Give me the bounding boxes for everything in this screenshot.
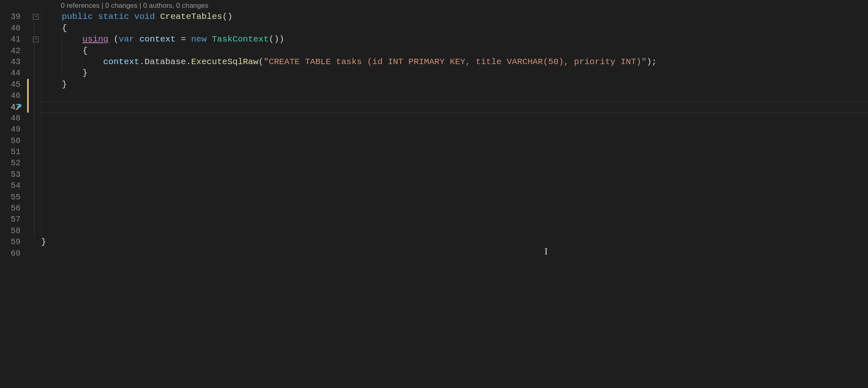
parentheses: () [222, 12, 232, 21]
code-line[interactable]: } [39, 79, 868, 90]
code-line[interactable]: } [39, 236, 868, 247]
fold-toggle-icon[interactable] [33, 37, 39, 42]
type-taskcontext: TaskContext [212, 35, 269, 44]
line-number: 45 [0, 79, 21, 90]
code-line[interactable]: { [39, 23, 868, 34]
code-line[interactable] [39, 225, 868, 236]
code-line[interactable] [39, 146, 868, 157]
local-context: context [103, 57, 139, 67]
code-line[interactable] [39, 203, 868, 214]
code-line[interactable] [39, 113, 868, 124]
call-end: ); [647, 57, 657, 67]
local-context: context [139, 35, 175, 44]
glyph-margin [25, 0, 39, 388]
line-number: 50 [0, 135, 21, 146]
line-number: 55 [0, 192, 21, 203]
dot: . [186, 57, 191, 67]
code-line[interactable]: { [39, 45, 868, 56]
code-line[interactable] [39, 169, 868, 180]
indent [41, 23, 62, 33]
line-number: 51 [0, 146, 21, 157]
open-brace: { [62, 23, 67, 33]
method-name: CreateTables [160, 12, 222, 21]
close-brace: } [83, 68, 88, 78]
close-brace: } [62, 80, 67, 89]
line-number: 60 [0, 248, 21, 259]
code-line[interactable]: context.Database.ExecuteSqlRaw("CREATE T… [39, 56, 868, 67]
code-line[interactable] [39, 157, 868, 169]
line-number: 52 [0, 157, 21, 169]
sql-string-literal: "CREATE TABLE tasks (id INT PRIMARY KEY,… [264, 57, 647, 67]
code-area[interactable]: 0 references | 0 changes | 0 authors, 0 … [39, 0, 868, 388]
dot: . [139, 57, 145, 67]
line-number: 46 [0, 90, 21, 101]
code-line[interactable] [39, 214, 868, 225]
line-number: 41 [0, 34, 21, 45]
line-number: 48 [0, 113, 21, 124]
code-line[interactable] [39, 180, 868, 191]
open-paren: ( [113, 35, 119, 44]
code-line[interactable]: public static void CreateTables() [39, 11, 868, 22]
assign: = [176, 35, 191, 44]
code-editor[interactable]: 3940414243444546474849505152535455565758… [0, 0, 868, 388]
line-number: 56 [0, 203, 21, 214]
indent [41, 12, 62, 21]
line-number: 59 [0, 236, 21, 247]
line-number: 43 [0, 56, 21, 67]
line-number: 57 [0, 214, 21, 225]
ctor-parens: () [269, 35, 279, 44]
keyword-void: void [134, 12, 155, 21]
method-executesqlraw: ExecuteSqlRaw [191, 57, 259, 67]
keyword-public: public [62, 12, 93, 21]
line-number: 58 [0, 225, 21, 236]
code-line[interactable]: } [39, 67, 868, 79]
code-line[interactable] [39, 192, 868, 203]
code-line[interactable] [39, 248, 868, 259]
code-line[interactable] [39, 124, 868, 135]
line-number: 49 [0, 124, 21, 135]
open-brace: { [83, 46, 88, 55]
fold-toggle-icon[interactable] [33, 14, 39, 20]
line-number: 39 [0, 11, 21, 22]
line-number-blank [0, 0, 21, 11]
close-paren: ) [279, 35, 285, 44]
keyword-static: static [98, 12, 129, 21]
keyword-var: var [119, 35, 134, 44]
indent [41, 57, 103, 67]
line-number-gutter: 3940414243444546474849505152535455565758… [0, 0, 25, 388]
code-line[interactable]: using (var context = new TaskContext()) [39, 34, 868, 45]
code-line-active[interactable] [39, 102, 868, 113]
close-brace: } [41, 237, 46, 247]
line-number: 44 [0, 67, 21, 79]
line-number: 54 [0, 180, 21, 191]
line-number: 40 [0, 23, 21, 34]
open-paren: ( [258, 57, 264, 67]
code-line[interactable] [39, 135, 868, 146]
codelens-annotation[interactable]: 0 references | 0 changes | 0 authors, 0 … [39, 0, 868, 11]
line-number: 42 [0, 45, 21, 56]
property-database: Database [145, 57, 186, 67]
line-number: 53 [0, 169, 21, 180]
keyword-new: new [191, 35, 207, 44]
indent [41, 80, 62, 89]
code-line[interactable] [39, 90, 868, 101]
keyword-using: using [83, 35, 108, 44]
